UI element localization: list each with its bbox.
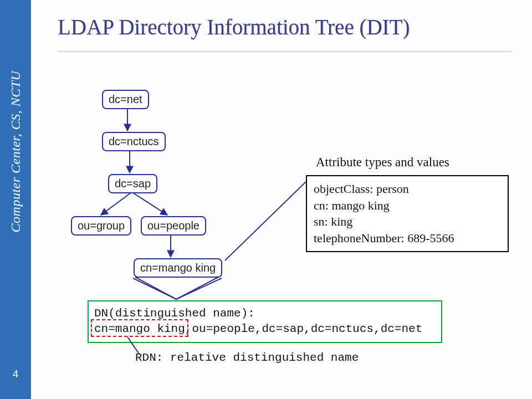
- sidebar-label: Computer Center, CS, NCTU: [8, 71, 23, 233]
- svg-line-5: [225, 182, 306, 260]
- svg-line-7: [176, 277, 218, 299]
- node-dc-nctucs: dc=nctucs: [102, 132, 166, 151]
- node-dc-sap: dc=sap: [108, 174, 157, 193]
- attr-line-4: telephoneNumber: 689-5566: [314, 230, 501, 247]
- node-cn-mango-king: cn=mango king: [134, 258, 222, 278]
- svg-line-6: [135, 277, 176, 299]
- dn-box: DN(distinguished name): cn=mango king,ou…: [88, 300, 442, 343]
- svg-line-3: [133, 193, 167, 215]
- attr-line-1: objectClass: person: [314, 181, 501, 197]
- attr-header: Attribute types and values: [316, 155, 449, 170]
- node-ou-group: ou=group: [71, 216, 131, 236]
- dn-rest-part: ,ou=people,dc=sap,dc=nctucs,dc=net: [185, 323, 422, 335]
- attr-line-3: sn: king: [314, 213, 501, 230]
- rdn-label: RDN: relative distinguished name: [135, 351, 359, 364]
- page-title: LDAP Directory Information Tree (DIT): [58, 14, 410, 39]
- node-ou-people: ou=people: [141, 216, 206, 236]
- dn-value-line: cn=mango king,ou=people,dc=sap,dc=nctucs…: [94, 321, 436, 337]
- title-rule: [58, 51, 512, 52]
- node-dc-net: dc=net: [102, 90, 149, 109]
- attr-box: objectClass: person cn: mango king sn: k…: [306, 175, 509, 252]
- attr-line-2: cn: mango king: [314, 197, 501, 214]
- svg-line-2: [101, 193, 131, 215]
- dn-rdn-part: cn=mango king: [94, 323, 185, 335]
- page-number-badge: 4: [6, 365, 25, 383]
- dn-label-line: DN(distinguished name):: [94, 306, 436, 321]
